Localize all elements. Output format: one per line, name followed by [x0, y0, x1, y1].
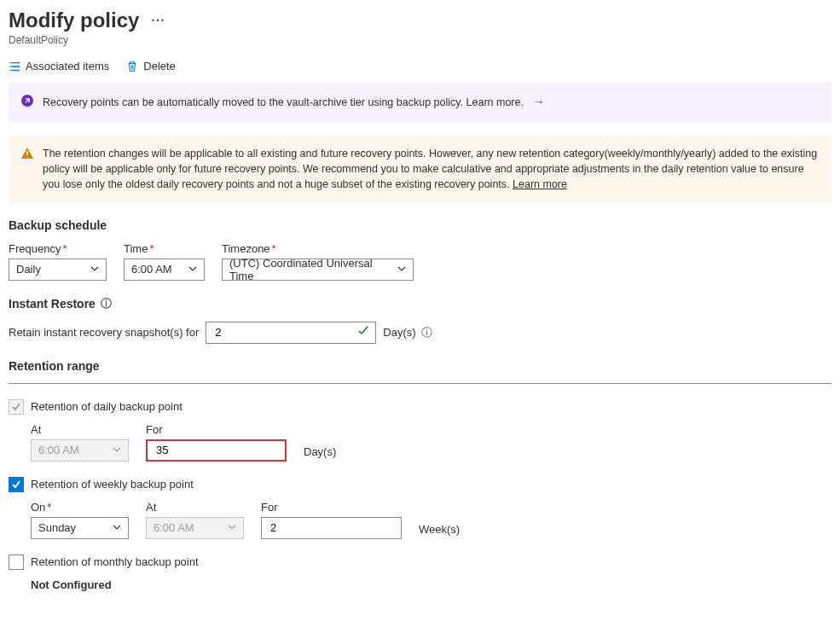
instant-retain-label: Retain instant recovery snapshot(s) for	[9, 326, 199, 339]
daily-retention-row: Retention of daily backup point	[9, 399, 831, 415]
move-icon	[20, 94, 34, 112]
check-icon	[358, 326, 368, 339]
info-icon[interactable]: ⓘ	[421, 325, 432, 340]
associated-items-button[interactable]: Associated items	[9, 60, 109, 73]
warning-banner: The retention changes will be applicable…	[9, 136, 831, 202]
daily-for-label: For	[146, 423, 287, 436]
weekly-for-label: For	[261, 501, 402, 514]
daily-fields: At 6:00 AM For Day(s)	[31, 423, 831, 462]
page-title-text: Modify policy	[9, 9, 139, 32]
chevron-down-icon	[113, 444, 121, 456]
chevron-down-icon	[113, 521, 121, 534]
timezone-field: Timezone* (UTC) Coordinated Universal Ti…	[222, 242, 414, 281]
more-icon[interactable]: ···	[151, 13, 165, 28]
weekly-on-label: On*	[31, 501, 129, 514]
chevron-down-icon	[397, 263, 406, 276]
daily-for-input[interactable]	[146, 439, 287, 462]
daily-at-select: 6:00 AM	[31, 439, 129, 462]
instant-restore-row: Retain instant recovery snapshot(s) for …	[9, 322, 831, 344]
list-icon	[9, 61, 20, 73]
frequency-select[interactable]: Daily	[9, 258, 107, 281]
time-label: Time*	[124, 242, 205, 255]
time-select[interactable]: 6:00 AM	[124, 258, 205, 281]
weekly-for-input[interactable]	[261, 517, 402, 539]
weekly-at-select: 6:00 AM	[146, 517, 244, 539]
schedule-row: Frequency* Daily Time* 6:00 AM Timezone*…	[9, 242, 831, 281]
retention-range-heading: Retention range	[9, 359, 831, 373]
trash-icon	[126, 61, 138, 73]
monthly-checkbox[interactable]	[9, 555, 24, 570]
page-title: Modify policy ···	[9, 9, 831, 32]
monthly-label: Retention of monthly backup point	[31, 555, 199, 568]
weekly-label: Retention of weekly backup point	[31, 478, 194, 491]
arrow-right-icon[interactable]: →	[532, 95, 544, 108]
instant-suffix: Day(s) ⓘ	[383, 325, 432, 340]
weekly-checkbox[interactable]	[9, 477, 24, 492]
archive-banner-text: Recovery points can be automatically mov…	[43, 93, 544, 110]
divider	[9, 383, 831, 384]
weekly-retention-row: Retention of weekly backup point	[9, 477, 831, 492]
archive-banner: Recovery points can be automatically mov…	[9, 83, 831, 122]
info-icon[interactable]: ⓘ	[101, 296, 112, 311]
instant-days-input[interactable]	[206, 322, 376, 344]
toolbar: Associated items Delete	[9, 60, 831, 73]
chevron-down-icon	[90, 263, 99, 276]
time-field: Time* 6:00 AM	[124, 242, 205, 281]
associated-items-label: Associated items	[26, 60, 109, 73]
daily-checkbox	[9, 399, 24, 415]
weekly-at-label: At	[146, 501, 244, 514]
chevron-down-icon	[228, 521, 236, 534]
timezone-label: Timezone*	[222, 242, 414, 255]
delete-button[interactable]: Delete	[126, 60, 176, 73]
monthly-not-configured: Not Configured	[31, 578, 831, 591]
weekly-fields: On* Sunday At 6:00 AM For Week(s)	[31, 501, 831, 539]
delete-label: Delete	[143, 60, 176, 73]
backup-schedule-heading: Backup schedule	[9, 218, 831, 232]
chevron-down-icon	[188, 263, 197, 276]
frequency-label: Frequency*	[9, 242, 107, 255]
timezone-select[interactable]: (UTC) Coordinated Universal Time	[222, 258, 414, 281]
instant-restore-heading: Instant Restore ⓘ	[9, 296, 831, 311]
warning-icon	[20, 147, 34, 165]
learn-more-link[interactable]: Learn more	[513, 178, 567, 190]
frequency-field: Frequency* Daily	[9, 242, 107, 281]
page-subtitle: DefaultPolicy	[9, 34, 831, 46]
daily-label: Retention of daily backup point	[31, 400, 182, 413]
monthly-retention-row: Retention of monthly backup point	[9, 555, 831, 570]
daily-suffix: Day(s)	[304, 445, 336, 462]
warning-banner-text: The retention changes will be applicable…	[43, 146, 820, 192]
daily-at-label: At	[31, 423, 129, 436]
weekly-on-select[interactable]: Sunday	[31, 517, 129, 539]
weekly-suffix: Week(s)	[419, 523, 460, 539]
